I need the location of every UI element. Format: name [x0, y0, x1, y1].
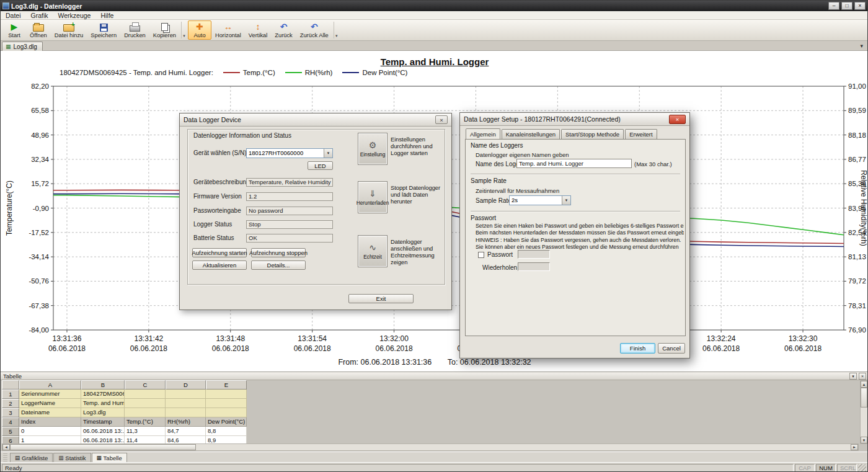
chevron-down-icon[interactable]: ▼: [324, 149, 332, 158]
view-tab-grafikliste[interactable]: ▤Grafikliste: [10, 453, 53, 462]
row-header-2[interactable]: 2: [2, 399, 19, 408]
toolbar-button-horizontal[interactable]: ↔Horizontal: [211, 20, 245, 40]
menu-hilfe[interactable]: Hilfe: [95, 11, 118, 20]
setup-dialog-close-button[interactable]: ×: [669, 115, 686, 124]
table-cell[interactable]: 06.06.2018 13:...: [81, 427, 125, 436]
toolbar-button-auto[interactable]: ✚Auto: [188, 20, 211, 40]
table-cell[interactable]: 180427DMS006...: [81, 390, 125, 399]
toolbar-chevron-icon[interactable]: ▾: [335, 33, 338, 38]
table-cell[interactable]: Timestamp: [81, 417, 125, 427]
column-header-e[interactable]: E: [206, 380, 247, 390]
scroll-left-icon[interactable]: ◄: [2, 444, 10, 450]
setup-dialog-titlebar[interactable]: Data Logger Setup - 180127RHT0064291(Con…: [460, 113, 689, 126]
table-cell[interactable]: [125, 408, 166, 417]
table-cell[interactable]: [125, 390, 166, 399]
toolbar-button-drucken[interactable]: Drucken: [120, 20, 149, 40]
realtime-action-button[interactable]: ∿ Echtzeit: [358, 235, 388, 267]
table-cell[interactable]: Temp.(°C): [125, 417, 166, 427]
column-header-d[interactable]: D: [166, 380, 206, 390]
settings-action-button[interactable]: ⚙ Einstellung: [358, 133, 388, 165]
row-header-3[interactable]: 3: [2, 408, 19, 417]
table-cell[interactable]: [206, 390, 247, 399]
menu-grafik[interactable]: Grafik: [26, 11, 53, 20]
column-header-c[interactable]: C: [125, 380, 166, 390]
start-recording-button[interactable]: Aufzeichnung starten: [192, 248, 247, 257]
table-cell[interactable]: [206, 399, 247, 408]
table-cell[interactable]: Temp. and Humi...: [81, 399, 125, 408]
device-dialog-close-button[interactable]: ×: [435, 115, 448, 124]
panel-menu-icon[interactable]: ▾: [849, 373, 857, 380]
row-header-4[interactable]: 4: [2, 417, 19, 427]
panel-close-icon[interactable]: ×: [859, 373, 866, 380]
table-cell[interactable]: RH(%rh): [166, 417, 206, 427]
table-cell[interactable]: 0: [19, 427, 81, 436]
led-button[interactable]: LED: [308, 161, 333, 170]
chevron-down-icon[interactable]: ▼: [562, 196, 570, 205]
toolbar-button-öffnen[interactable]: Öffnen: [26, 20, 51, 40]
column-header-a[interactable]: A: [19, 380, 81, 390]
vscroll-thumb[interactable]: [861, 388, 867, 407]
tab-list-chevron-icon[interactable]: ▾: [860, 43, 863, 49]
logger-name-input[interactable]: Temp. and Humi. Logger: [516, 159, 632, 168]
toolbar-button-kopieren[interactable]: Kopieren: [149, 20, 180, 40]
setup-tab-erweitert[interactable]: Erweitert: [625, 129, 657, 139]
refresh-button[interactable]: Aktualisieren: [192, 260, 247, 270]
device-select-combobox[interactable]: 180127RHT0060000 ▼: [246, 148, 333, 158]
exit-button[interactable]: Exit: [348, 294, 414, 303]
sheet-corner-cell[interactable]: [2, 380, 19, 390]
table-cell[interactable]: [166, 408, 206, 417]
toolbar-button-zurück-alle[interactable]: ↶Zurück Alle: [296, 20, 332, 40]
device-dialog-titlebar[interactable]: Data Logger Device ×: [180, 114, 451, 127]
resize-grip[interactable]: [858, 464, 866, 472]
maximize-button[interactable]: □: [841, 2, 852, 10]
table-cell[interactable]: 8,8: [206, 427, 247, 436]
toolbar-button-zurück[interactable]: ↶Zurück: [271, 20, 296, 40]
toolbar-button-vertikal[interactable]: ↕Vertikal: [245, 20, 272, 40]
horizontal-scrollbar[interactable]: ◄ ►: [2, 443, 859, 451]
repeat-password-input[interactable]: [518, 262, 550, 271]
setup-tab-allgemein[interactable]: Allgemein: [466, 128, 500, 139]
vertical-scrollbar[interactable]: ▲ ▼: [860, 380, 868, 444]
scroll-up-icon[interactable]: ▲: [861, 381, 867, 388]
menu-werkzeuge[interactable]: Werkzeuge: [53, 11, 96, 20]
sample-rate-combobox[interactable]: 2s ▼: [509, 195, 571, 205]
table-cell[interactable]: Log3.dlg: [81, 408, 125, 417]
table-cell[interactable]: Dew Point(°C): [206, 417, 247, 427]
table-cell[interactable]: LoggerName: [19, 399, 81, 408]
toolbar-button-speichern[interactable]: Speichern: [87, 20, 120, 40]
table-cell[interactable]: Index: [19, 417, 81, 427]
scroll-right-icon[interactable]: ►: [851, 444, 858, 450]
setup-tab-start-stopp-methode[interactable]: Start/Stopp Methode: [561, 129, 624, 139]
toolbar-button-datei-hinzu[interactable]: Datei hinzu: [51, 20, 87, 40]
password-input[interactable]: [518, 250, 550, 259]
download-action-button[interactable]: ⇓ Herunterladen: [358, 181, 388, 213]
window-titlebar[interactable]: Log3.dlg - Datenlogger – □ ×: [1, 1, 867, 11]
stop-recording-button[interactable]: Aufzeichnung stoppen: [251, 248, 306, 257]
cancel-button[interactable]: Cancel: [658, 343, 685, 354]
table-cell[interactable]: 11,3: [125, 427, 166, 436]
view-tab-tabelle[interactable]: ▦Tabelle: [92, 453, 127, 462]
toolbar-chevron-icon[interactable]: ▾: [183, 33, 185, 38]
scroll-down-icon[interactable]: ▼: [861, 437, 867, 443]
password-checkbox[interactable]: [478, 252, 484, 258]
document-tab[interactable]: ▦ Log3.dlg: [2, 42, 43, 51]
hscroll-thumb[interactable]: [10, 444, 196, 450]
table-cell[interactable]: [166, 390, 206, 399]
table-cell[interactable]: 84,7: [166, 427, 206, 436]
table-cell[interactable]: [166, 399, 206, 408]
column-header-b[interactable]: B: [81, 380, 125, 390]
table-cell[interactable]: [206, 408, 247, 417]
finish-button[interactable]: Finish: [620, 343, 655, 354]
table-cell[interactable]: [125, 399, 166, 408]
menu-datei[interactable]: Datei: [1, 11, 26, 20]
table-cell[interactable]: Dateiname: [19, 408, 81, 417]
row-header-5[interactable]: 5: [2, 427, 19, 436]
table-cell[interactable]: Seriennummer: [19, 390, 81, 399]
minimize-button[interactable]: –: [828, 2, 839, 10]
details-button[interactable]: Details...: [251, 260, 306, 270]
close-button[interactable]: ×: [854, 2, 866, 10]
setup-tab-kanaleinstellungen[interactable]: Kanaleinstellungen: [502, 129, 560, 139]
view-tab-statistik[interactable]: ▥Statistik: [53, 453, 91, 462]
toolbar-button-start[interactable]: ▶Start: [2, 20, 26, 40]
row-header-1[interactable]: 1: [2, 390, 19, 399]
